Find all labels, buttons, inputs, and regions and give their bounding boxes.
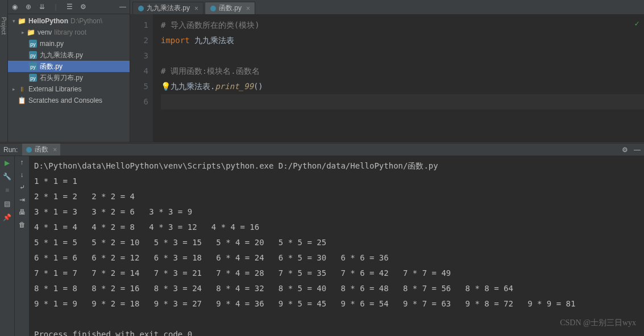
tab-multiplication[interactable]: 九九乘法表.py × <box>132 2 203 14</box>
svg-point-8 <box>138 6 144 11</box>
hide-icon[interactable]: — <box>634 146 641 154</box>
console-output[interactable]: D:\Python\data\HelloPython\venv\Scripts\… <box>30 156 644 336</box>
project-root[interactable]: ▾ 📁 HelloPython D:\Python\ <box>8 15 130 27</box>
line-number: 5 <box>130 79 148 94</box>
run-toolbar-left: ▶ 🔧 ■ ▤ 📌 <box>0 156 15 336</box>
line-number: 4 <box>130 64 148 79</box>
collapse-all-icon[interactable]: ⇊ <box>38 2 47 11</box>
python-file-icon: py <box>28 40 38 48</box>
parens: () <box>254 82 263 91</box>
run-tab[interactable]: 函数 × <box>22 144 60 156</box>
print-icon[interactable]: 🖶 <box>19 208 26 216</box>
left-gutter: Project <box>0 0 8 142</box>
close-icon[interactable]: × <box>246 5 250 12</box>
project-tool-label[interactable]: Project <box>1 17 7 35</box>
console-line: 1 * 1 = 1 <box>34 177 77 186</box>
identifier: 九九乘法表 <box>190 36 234 45</box>
file-rps[interactable]: py 石头剪刀布.py <box>8 72 130 83</box>
console-command: D:\Python\data\HelloPython\venv\Scripts\… <box>34 161 438 170</box>
svg-text:py: py <box>30 64 36 70</box>
python-file-icon <box>210 5 217 12</box>
console-line: 4 * 1 = 4 4 * 2 = 8 4 * 3 = 12 4 * 4 = 1… <box>34 222 259 232</box>
run-label: Run: <box>3 146 18 154</box>
watermark: CSDN @士别三日wyx <box>560 318 636 328</box>
project-tree: ▾ 📁 HelloPython D:\Python\ ▸ 📁 venv libr… <box>8 14 130 142</box>
folder-icon: 📁 <box>17 17 26 25</box>
svg-text:py: py <box>30 53 36 58</box>
console-line: 9 * 1 = 9 9 * 2 = 18 9 * 3 = 27 9 * 4 = … <box>34 299 575 308</box>
run-body: ▶ 🔧 ■ ▤ 📌 ↑ ↓ ⤶ ⇥ 🖶 🗑 D:\Python\data\Hel… <box>0 156 644 336</box>
project-toolbar: ◉ ⊕ ⇊ | ☰ ⚙ — <box>8 0 130 14</box>
tab-function[interactable]: 函数.py × <box>205 2 255 14</box>
scratches-consoles[interactable]: 📋 Scratches and Consoles <box>8 95 130 106</box>
pin-icon[interactable]: 📌 <box>3 213 12 222</box>
venv-folder[interactable]: ▸ 📁 venv library root <box>8 27 130 38</box>
run-tab-label: 函数 <box>35 145 48 154</box>
editor-tabs: 九九乘法表.py × 函数.py × <box>130 0 644 14</box>
close-icon[interactable]: × <box>53 146 57 154</box>
python-file-icon: py <box>28 51 38 59</box>
python-file-icon <box>138 5 144 12</box>
file-multiplication[interactable]: py 九九乘法表.py <box>8 49 130 61</box>
python-file-icon: py <box>28 62 38 70</box>
keyword: import <box>161 36 190 45</box>
code-editor[interactable]: ✓ 1 2 3 4 5 6 # 导入函数所在的类(模块) import 九九乘法… <box>130 14 644 142</box>
scratches-icon: 📋 <box>17 96 26 104</box>
stop-icon[interactable]: ■ <box>3 186 12 195</box>
file-label: 九九乘法表.py <box>40 51 83 60</box>
venv-label: venv <box>38 28 52 36</box>
editor-area: 九九乘法表.py × 函数.py × ✓ 1 2 3 4 5 6 # 导入函数所… <box>130 0 644 142</box>
folder-icon: 📁 <box>26 28 35 36</box>
gear-icon[interactable]: ⚙ <box>78 2 88 11</box>
scroll-to-end-icon[interactable]: ⇥ <box>19 196 25 204</box>
python-file-icon: py <box>28 74 38 82</box>
run-header: Run: 函数 × ⚙ — <box>0 144 644 156</box>
console-line: 5 * 1 = 5 5 * 2 = 10 5 * 3 = 15 5 * 4 = … <box>34 238 326 247</box>
rerun-icon[interactable]: ▶ <box>3 158 12 167</box>
file-label: 函数.py <box>40 62 63 72</box>
identifier: 九九乘法表. <box>171 82 215 91</box>
trash-icon[interactable]: 🗑 <box>19 221 26 229</box>
line-number: 2 <box>130 33 148 48</box>
console-line: 7 * 1 = 7 7 * 2 = 14 7 * 3 = 21 7 * 4 = … <box>34 268 451 278</box>
lightbulb-icon[interactable]: 💡 <box>161 82 171 91</box>
console-line: 2 * 1 = 2 2 * 2 = 4 <box>34 192 135 201</box>
expand-all-icon[interactable]: ⊕ <box>24 2 33 11</box>
console-exit: Process finished with exit code 0 <box>34 330 192 336</box>
svg-point-10 <box>26 147 32 153</box>
scratches-label: Scratches and Consoles <box>28 96 102 104</box>
svg-point-9 <box>210 6 216 11</box>
file-main[interactable]: py main.py <box>8 38 130 49</box>
down-icon[interactable]: ↓ <box>20 171 24 179</box>
venv-tag: library root <box>54 28 86 36</box>
project-path: D:\Python\ <box>70 17 102 25</box>
project-name: HelloPython <box>28 17 68 25</box>
code-content[interactable]: # 导入函数所在的类(模块) import 九九乘法表 # 调用函数:模块名.函… <box>153 14 644 142</box>
console-line: 6 * 1 = 6 6 * 2 = 12 6 * 3 = 18 6 * 4 = … <box>34 253 389 262</box>
file-function[interactable]: py 函数.py <box>8 61 130 72</box>
external-libraries[interactable]: ▸ ⫴ External Libraries <box>8 83 130 95</box>
soft-wrap-icon[interactable]: ⤶ <box>19 183 25 191</box>
console-line: 3 * 1 = 3 3 * 2 = 6 3 * 3 = 9 <box>34 207 192 216</box>
show-options-icon[interactable]: ☰ <box>65 2 74 11</box>
close-icon[interactable]: × <box>194 5 198 12</box>
file-label: 石头剪刀布.py <box>40 73 83 83</box>
tab-label: 函数.py <box>219 3 242 13</box>
library-icon: ⫴ <box>17 85 26 93</box>
function-name: print_99 <box>215 82 253 91</box>
comment: # 导入函数所在的类(模块) <box>161 20 260 30</box>
divider: | <box>51 2 60 11</box>
gear-icon[interactable]: ⚙ <box>622 146 628 154</box>
line-number: 1 <box>130 18 148 33</box>
select-opened-icon[interactable]: ◉ <box>10 2 19 11</box>
layout-icon[interactable]: ▤ <box>3 199 12 208</box>
run-panel: Run: 函数 × ⚙ — ▶ 🔧 ■ ▤ 📌 ↑ ↓ ⤶ ⇥ 🖶 🗑 D:\P… <box>0 144 644 336</box>
up-icon[interactable]: ↑ <box>20 158 24 166</box>
line-gutter: 1 2 3 4 5 6 <box>130 14 153 142</box>
tab-label: 九九乘法表.py <box>147 3 190 13</box>
python-file-icon <box>26 146 32 153</box>
project-panel: ◉ ⊕ ⇊ | ☰ ⚙ — ▾ 📁 HelloPython D:\Python\… <box>8 0 130 142</box>
wrench-icon[interactable]: 🔧 <box>3 172 12 181</box>
svg-text:py: py <box>30 75 36 81</box>
hide-icon[interactable]: — <box>118 2 127 11</box>
